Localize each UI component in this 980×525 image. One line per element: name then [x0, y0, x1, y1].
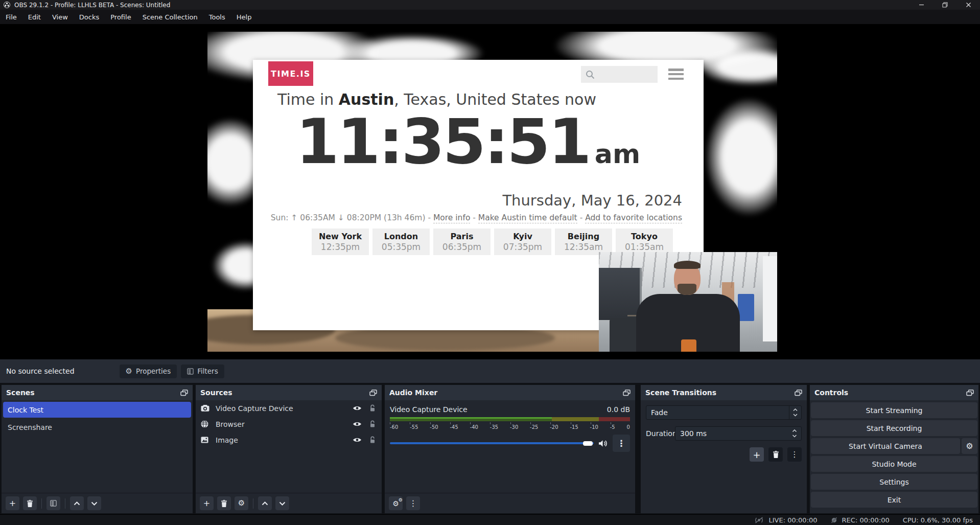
divider	[41, 498, 42, 509]
city-box[interactable]: Kyiv07:35pm	[494, 229, 551, 255]
move-source-down-button[interactable]	[275, 496, 289, 510]
move-source-up-button[interactable]	[258, 496, 272, 510]
lock-icon[interactable]	[369, 404, 376, 412]
source-row-browser[interactable]: Browser	[196, 416, 382, 432]
start-virtual-camera-button[interactable]: Start Virtual Camera	[811, 438, 960, 454]
source-status-text: No source selected	[6, 367, 75, 375]
start-streaming-button[interactable]: Start Streaming	[811, 402, 977, 418]
scene-filters-button[interactable]	[46, 496, 60, 510]
lock-icon[interactable]	[369, 420, 376, 428]
studio-mode-button[interactable]: Studio Mode	[811, 456, 977, 472]
cloud	[706, 98, 777, 216]
duration-label: Duration	[646, 429, 675, 438]
clock-time: 11:35:51	[296, 109, 590, 174]
city-box[interactable]: Tokyo01:35am	[616, 229, 673, 255]
office-window-left	[599, 268, 642, 319]
source-row-video-capture[interactable]: Video Capture Device	[196, 400, 382, 416]
menu-view[interactable]: View	[46, 10, 74, 24]
search-icon	[585, 70, 595, 80]
mixer-channel-menu-button[interactable]: ⋮	[613, 435, 630, 452]
scene-item-screenshare[interactable]: Screenshare	[3, 419, 191, 435]
transitions-panel-title: Scene Transitions	[645, 389, 716, 397]
office-partition	[738, 294, 754, 321]
transition-menu-button[interactable]: ⋮	[787, 447, 802, 462]
scenes-panel-title: Scenes	[6, 389, 35, 397]
start-recording-button[interactable]: Start Recording	[811, 420, 977, 436]
duration-spinner[interactable]	[792, 429, 797, 438]
speaker-icon[interactable]	[598, 440, 608, 447]
city-box[interactable]: New York12:35pm	[312, 229, 369, 255]
visibility-eye-icon[interactable]	[353, 421, 362, 427]
timeis-logo[interactable]: TIME.IS	[268, 61, 313, 86]
hamburger-menu-icon[interactable]	[668, 69, 684, 80]
remove-transition-button[interactable]	[768, 447, 783, 462]
obs-logo-icon	[4, 2, 10, 8]
divider	[253, 498, 253, 509]
close-button[interactable]	[956, 0, 980, 10]
menu-file[interactable]: File	[0, 10, 22, 24]
combo-spinner[interactable]	[789, 406, 801, 419]
minimize-button[interactable]	[909, 0, 933, 10]
source-row-image[interactable]: Image	[196, 432, 382, 448]
webcam-source	[599, 252, 777, 352]
add-scene-button[interactable]: +	[6, 496, 19, 510]
visibility-eye-icon[interactable]	[353, 437, 362, 443]
properties-button[interactable]: ⚙ Properties	[120, 364, 177, 378]
exit-button[interactable]: Exit	[811, 492, 977, 508]
office-window-right	[763, 256, 777, 342]
source-properties-button[interactable]: ⚙	[235, 496, 248, 510]
remove-scene-button[interactable]	[23, 496, 37, 510]
preview-canvas[interactable]: TIME.IS Time in Austin, Texas, United St…	[207, 32, 777, 352]
record-inactive-icon	[831, 517, 837, 523]
make-default-link[interactable]: Make Austin time default	[478, 213, 577, 223]
volume-slider-handle[interactable]	[583, 441, 593, 446]
city-times-row: New York12:35pm London05:35pm Paris06:35…	[253, 229, 704, 255]
popout-icon[interactable]	[180, 390, 188, 396]
move-scene-up-button[interactable]	[70, 496, 84, 510]
menu-tools[interactable]: Tools	[203, 10, 231, 24]
divider	[65, 498, 65, 509]
more-info-link[interactable]: More info	[433, 213, 470, 223]
menu-profile[interactable]: Profile	[105, 10, 136, 24]
advanced-audio-button[interactable]: ⚙⚙	[389, 496, 403, 510]
popout-icon[interactable]	[369, 390, 377, 396]
current-date: Thursday, May 16, 2024	[502, 192, 682, 209]
search-input[interactable]	[581, 66, 658, 83]
scene-item-clock-test[interactable]: Clock Test	[3, 402, 191, 418]
popout-icon[interactable]	[966, 390, 974, 396]
restore-button[interactable]	[933, 0, 956, 10]
city-box[interactable]: Paris06:35pm	[433, 229, 491, 255]
volume-slider[interactable]	[390, 442, 594, 444]
menu-docks[interactable]: Docks	[74, 10, 105, 24]
audio-mixer-panel-title: Audio Mixer	[389, 389, 437, 397]
transition-select[interactable]: Fade	[646, 405, 802, 420]
visibility-eye-icon[interactable]	[353, 405, 362, 411]
menu-help[interactable]: Help	[231, 10, 258, 24]
popout-icon[interactable]	[795, 390, 802, 396]
city-box[interactable]: Beijing12:35am	[555, 229, 612, 255]
move-scene-down-button[interactable]	[87, 496, 101, 510]
virtual-camera-settings-button[interactable]: ⚙	[962, 438, 977, 454]
add-source-button[interactable]: +	[200, 496, 214, 510]
window-title: OBS 29.1.2 - Profile: LLHLS BETA - Scene…	[14, 2, 170, 9]
remove-source-button[interactable]	[217, 496, 231, 510]
menu-scene-collection[interactable]: Scene Collection	[137, 10, 203, 24]
city-box[interactable]: London05:35pm	[372, 229, 430, 255]
person-shirt	[681, 339, 696, 352]
popout-icon[interactable]	[623, 390, 631, 396]
filters-button[interactable]: Filters	[181, 364, 224, 378]
settings-button[interactable]: Settings	[811, 474, 977, 490]
lock-icon[interactable]	[369, 436, 376, 444]
scene-transitions-panel: Scene Transitions Fade Duration 300 ms +…	[640, 384, 807, 514]
duration-input[interactable]: 300 ms	[675, 426, 802, 441]
mixer-menu-button[interactable]: ⋮	[406, 496, 420, 510]
add-favorite-link[interactable]: Add to favorite locations	[585, 213, 682, 223]
stream-inactive-icon	[754, 517, 764, 523]
meter-tick-labels: -60-55-50-45-40-35-30-25-20-15-10-50	[390, 424, 630, 430]
add-transition-button[interactable]: +	[750, 447, 764, 462]
volume-meter	[390, 417, 630, 421]
rec-status: REC: 00:00:00	[831, 516, 890, 524]
menu-edit[interactable]: Edit	[22, 10, 46, 24]
sources-panel: Sources Video Capture Device Browser	[195, 384, 382, 514]
sun-info-line: Sun: ↑ 06:35AM ↓ 08:20PM (13h 46m) - Mor…	[271, 213, 682, 222]
